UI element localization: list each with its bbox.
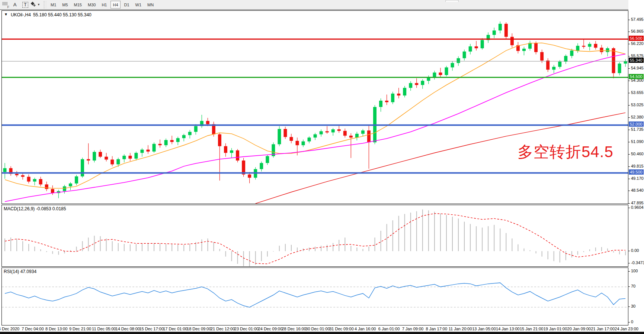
rsi-value: 47.0934 bbox=[20, 269, 36, 274]
candlestick-chart bbox=[2, 11, 628, 204]
font-tool-label: A bbox=[13, 2, 17, 7]
axis-tick bbox=[628, 166, 630, 167]
macd-chart bbox=[2, 205, 628, 266]
macd-panel[interactable]: MACD(12,26,9) -0.0853 0.0185 bbox=[1, 205, 628, 267]
axis-tick bbox=[628, 44, 630, 44]
axis-tick bbox=[628, 208, 630, 208]
timeframe-m15[interactable]: M15 bbox=[72, 1, 84, 9]
chevron-down-icon: ▼ bbox=[37, 3, 40, 6]
timeframe-d1[interactable]: D1 bbox=[122, 1, 132, 9]
rsi-panel[interactable]: RSI(14) 47.0934 bbox=[1, 267, 628, 325]
chart-annotation-text: 多空转折54.5 bbox=[518, 142, 613, 162]
rsi-name: RSI(14) bbox=[4, 269, 19, 274]
timeframe-w1[interactable]: W1 bbox=[133, 1, 144, 9]
time-axis-label: 8 Dec 13:00 bbox=[45, 327, 67, 331]
symbol-label: UKOil-,H4 bbox=[11, 12, 31, 17]
rsi-axis-label: 100 bbox=[631, 269, 638, 273]
window-tab-notch bbox=[445, 0, 459, 2]
time-axis-label: 20 Jan 09:00 bbox=[567, 327, 591, 331]
macd-histogram bbox=[4, 210, 626, 266]
macd-axis-label: -0.3473 bbox=[631, 260, 644, 265]
axis-tick bbox=[628, 93, 630, 93]
price-axis[interactable]: 57.49556.86556.22055.57554.94554.30053.6… bbox=[628, 0, 644, 332]
axis-tick bbox=[628, 286, 630, 287]
price-axis-label: 49.170 bbox=[631, 176, 644, 181]
price-level-badge: 56.500 bbox=[629, 36, 644, 41]
axis-tick bbox=[628, 191, 630, 191]
timeframe-m30[interactable]: M30 bbox=[86, 1, 98, 9]
text-tool-button[interactable]: T bbox=[20, 1, 30, 9]
collapse-arrow-icon[interactable]: ▼ bbox=[4, 12, 8, 17]
time-axis-label: 31 Dec 09:00 bbox=[329, 327, 353, 331]
time-axis-label: 15 Dec 17:00 bbox=[139, 327, 163, 331]
time-axis-label: 11 Jan 20:00 bbox=[449, 327, 472, 331]
macd-axis-label: 0.00 bbox=[631, 248, 639, 253]
timeframe-mn[interactable]: MN bbox=[145, 1, 156, 9]
macd-axis-label: 0.9604 bbox=[631, 205, 644, 210]
rsi-axis-label: 0 bbox=[631, 320, 633, 324]
axis-tick bbox=[628, 117, 630, 118]
price-axis-label: 56.220 bbox=[631, 41, 644, 46]
axis-tick bbox=[628, 20, 630, 20]
time-axis-label: 21 Dec 12:00 bbox=[211, 327, 235, 331]
time-axis-label: 14 Dec 08:00 bbox=[116, 327, 140, 331]
time-axis-label: 28 Dec 16:00 bbox=[282, 327, 306, 331]
ma-medium bbox=[5, 54, 625, 201]
price-level-badge: 49.500 bbox=[629, 169, 644, 175]
axis-tick bbox=[628, 81, 630, 81]
bottom-bar bbox=[0, 332, 644, 334]
price-axis-label: 47.895 bbox=[631, 201, 644, 205]
main-chart-panel[interactable]: ▼ UKOil-,H4 55.180 55.440 55.130 55.340 … bbox=[1, 10, 628, 204]
price-axis-label: 50.460 bbox=[631, 152, 644, 156]
time-axis-label: 9 Dec 21:00 bbox=[69, 327, 91, 331]
axis-tick bbox=[628, 32, 630, 32]
macd-name: MACD(12,26,9) bbox=[4, 206, 35, 211]
macd-label: MACD(12,26,9) -0.0853 0.0185 bbox=[4, 206, 66, 211]
timeframe-m1[interactable]: M1 bbox=[48, 1, 58, 9]
timeframe-h1[interactable]: H1 bbox=[99, 1, 109, 9]
grip-label: F bbox=[7, 5, 10, 9]
rsi-line bbox=[5, 283, 625, 307]
timeframe-h4-active[interactable]: H4 bbox=[110, 1, 120, 9]
time-axis-label: 17 Dec 01:00 bbox=[163, 327, 187, 331]
rsi-axis-label: 70 bbox=[631, 284, 635, 288]
time-axis-label: 4 Jan 16:00 bbox=[355, 327, 376, 331]
price-axis-label: 57.495 bbox=[631, 17, 644, 22]
rsi-axis-label: 30 bbox=[631, 304, 635, 308]
time-axis-label: 4 Dec 2020 bbox=[0, 327, 19, 331]
time-axis-label: 18 Dec 09:00 bbox=[187, 327, 211, 331]
font-tool-button[interactable]: A bbox=[10, 1, 20, 9]
timeframe-m5[interactable]: M5 bbox=[60, 1, 70, 9]
time-axis-label: 21 Jan 17:00 bbox=[591, 327, 615, 331]
axis-tick bbox=[628, 142, 630, 142]
time-axis-label: 14 Jan 13:00 bbox=[496, 327, 520, 331]
current-price-badge: 55.340 bbox=[629, 58, 644, 63]
price-axis-label: 51.090 bbox=[631, 139, 644, 144]
candles bbox=[3, 22, 627, 198]
time-axis-label: 15 Jan 21:00 bbox=[520, 327, 544, 331]
time-axis-label: 11 Dec 05:00 bbox=[92, 327, 116, 331]
axis-tick bbox=[628, 179, 630, 179]
time-axis[interactable]: 4 Dec 20207 Dec 04:008 Dec 13:009 Dec 21… bbox=[0, 326, 644, 332]
price-axis-label: 49.815 bbox=[631, 164, 644, 168]
drawing-tool-icon bbox=[31, 2, 36, 7]
ohlc-values: 55.180 55.440 55.130 55.340 bbox=[33, 12, 92, 17]
axis-tick bbox=[628, 203, 630, 204]
axis-tick bbox=[628, 68, 630, 69]
price-axis-label: 51.735 bbox=[631, 127, 644, 132]
grip-dots-icon bbox=[2, 2, 7, 6]
axis-tick bbox=[628, 105, 630, 106]
axis-tick bbox=[628, 322, 630, 322]
price-axis-label: 48.540 bbox=[631, 188, 644, 192]
rsi-label: RSI(14) 47.0934 bbox=[4, 269, 36, 274]
price-axis-label: 52.380 bbox=[631, 115, 644, 119]
time-axis-label: 13 Jan 05:00 bbox=[472, 327, 496, 331]
axis-tick bbox=[628, 130, 630, 130]
macd-values: -0.0853 0.0185 bbox=[36, 206, 66, 211]
time-axis-label: 7 Dec 04:00 bbox=[22, 327, 44, 331]
time-axis-label: 24 Dec 09:00 bbox=[258, 327, 282, 331]
drawing-tool-button[interactable]: ▼ bbox=[31, 1, 41, 9]
time-axis-label: 7 Jan 09:00 bbox=[402, 327, 424, 331]
axis-tick bbox=[628, 251, 630, 251]
toolbar-grip-icon[interactable]: F bbox=[1, 1, 10, 8]
